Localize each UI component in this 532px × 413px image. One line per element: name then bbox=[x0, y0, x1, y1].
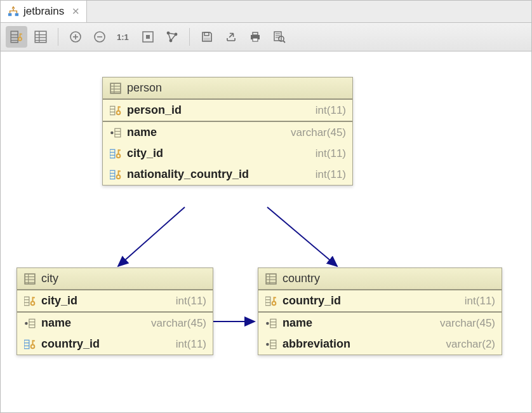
table-row[interactable]: city_id int(11) bbox=[103, 143, 352, 164]
column-name: nationality_country_id bbox=[127, 168, 249, 181]
svg-rect-81 bbox=[24, 340, 29, 349]
svg-rect-9 bbox=[35, 31, 46, 43]
svg-rect-54 bbox=[110, 149, 115, 158]
tab-jetbrains[interactable]: jetbrains ✕ bbox=[1, 1, 87, 22]
svg-point-47 bbox=[117, 111, 121, 114]
svg-rect-99 bbox=[270, 319, 276, 328]
svg-point-74 bbox=[31, 301, 35, 305]
column-type: int(11) bbox=[316, 104, 346, 117]
toolbar: 1:1 bbox=[1, 23, 531, 51]
svg-rect-51 bbox=[115, 128, 121, 137]
save-button[interactable] bbox=[196, 26, 218, 48]
entity-header[interactable]: country bbox=[258, 268, 502, 290]
svg-point-77 bbox=[25, 322, 28, 325]
table-row[interactable]: city_id int(11) bbox=[17, 290, 213, 313]
column-name: name bbox=[41, 316, 71, 330]
primary-key-icon bbox=[23, 295, 36, 308]
svg-rect-60 bbox=[110, 170, 115, 179]
svg-rect-29 bbox=[253, 38, 258, 41]
svg-point-98 bbox=[266, 322, 269, 325]
svg-rect-21 bbox=[146, 35, 150, 39]
column-name: abbreviation bbox=[283, 337, 350, 351]
table-row[interactable]: abbreviation varchar(2) bbox=[258, 334, 502, 355]
zoom-out-button[interactable] bbox=[89, 26, 110, 48]
column-name: country_id bbox=[283, 294, 341, 308]
column-name: country_id bbox=[41, 337, 100, 351]
entity-header[interactable]: city bbox=[17, 268, 213, 290]
toolbar-separator bbox=[58, 28, 58, 46]
column-type: int(11) bbox=[316, 147, 346, 160]
svg-rect-44 bbox=[110, 106, 115, 115]
foreign-key-icon bbox=[23, 338, 36, 351]
column-type: int(11) bbox=[316, 168, 346, 181]
table-row[interactable]: person_id int(11) bbox=[103, 100, 352, 122]
svg-point-50 bbox=[110, 131, 114, 134]
table-icon bbox=[109, 82, 122, 95]
svg-rect-103 bbox=[270, 340, 276, 349]
column-name: name bbox=[127, 126, 157, 139]
svg-point-6 bbox=[18, 37, 22, 41]
tab-bar: jetbrains ✕ bbox=[1, 1, 531, 23]
svg-rect-71 bbox=[24, 297, 29, 306]
entity-header[interactable]: person bbox=[103, 78, 352, 100]
column-name: person_id bbox=[127, 104, 182, 117]
column-icon bbox=[23, 317, 36, 330]
svg-point-57 bbox=[117, 154, 121, 158]
column-icon bbox=[109, 126, 122, 139]
column-icon bbox=[265, 338, 277, 351]
diagram-canvas[interactable]: person person_id int(11) name varchar(45… bbox=[1, 51, 531, 412]
key-columns-view-button[interactable] bbox=[6, 26, 27, 48]
zoom-in-button[interactable] bbox=[65, 26, 86, 48]
actual-size-button[interactable]: 1:1 bbox=[113, 26, 135, 48]
svg-point-102 bbox=[266, 342, 269, 346]
preview-button[interactable] bbox=[269, 26, 290, 48]
entity-name: city bbox=[41, 272, 58, 285]
table-icon bbox=[265, 273, 277, 285]
column-type: int(11) bbox=[465, 295, 495, 308]
table-view-button[interactable] bbox=[30, 26, 51, 48]
svg-text:1:1: 1:1 bbox=[117, 32, 129, 42]
svg-rect-92 bbox=[265, 297, 270, 306]
column-type: varchar(45) bbox=[151, 317, 206, 330]
svg-point-95 bbox=[272, 301, 276, 305]
foreign-key-icon bbox=[109, 168, 122, 181]
svg-line-37 bbox=[267, 207, 337, 266]
table-row[interactable]: nationality_country_id int(11) bbox=[103, 164, 352, 185]
table-row[interactable]: name varchar(45) bbox=[17, 313, 213, 334]
svg-line-35 bbox=[283, 41, 285, 43]
tab-label: jetbrains bbox=[23, 5, 64, 18]
primary-key-icon bbox=[265, 295, 277, 308]
toolbar-separator bbox=[189, 28, 190, 46]
entity-name: person bbox=[127, 81, 162, 95]
table-row[interactable]: country_id int(11) bbox=[17, 334, 213, 355]
column-type: varchar(45) bbox=[291, 126, 346, 139]
column-type: int(11) bbox=[176, 295, 206, 308]
svg-rect-78 bbox=[29, 319, 35, 328]
primary-key-icon bbox=[109, 104, 122, 117]
close-icon[interactable]: ✕ bbox=[72, 6, 80, 17]
svg-rect-0 bbox=[8, 13, 11, 17]
column-type: varchar(45) bbox=[440, 317, 495, 330]
entity-country[interactable]: country country_id int(11) name varchar(… bbox=[258, 267, 502, 355]
entity-city[interactable]: city city_id int(11) name varchar(45) co… bbox=[17, 267, 213, 355]
table-row[interactable]: country_id int(11) bbox=[258, 290, 502, 313]
table-icon bbox=[23, 273, 36, 285]
table-row[interactable]: name varchar(45) bbox=[258, 313, 502, 334]
svg-rect-2 bbox=[11, 31, 18, 43]
entity-person[interactable]: person person_id int(11) name varchar(45… bbox=[102, 77, 353, 186]
column-name: city_id bbox=[41, 294, 77, 308]
svg-rect-26 bbox=[204, 37, 210, 41]
fit-content-button[interactable] bbox=[137, 26, 159, 48]
svg-point-84 bbox=[31, 344, 35, 348]
column-icon bbox=[265, 317, 277, 330]
column-type: varchar(2) bbox=[446, 338, 495, 351]
svg-rect-1 bbox=[15, 13, 18, 17]
svg-rect-28 bbox=[253, 32, 258, 35]
foreign-key-icon bbox=[109, 147, 122, 160]
print-button[interactable] bbox=[244, 26, 266, 48]
layout-button[interactable] bbox=[161, 26, 183, 48]
column-type: int(11) bbox=[176, 338, 206, 351]
entity-name: country bbox=[283, 272, 320, 285]
table-row[interactable]: name varchar(45) bbox=[103, 122, 352, 143]
export-button[interactable] bbox=[220, 26, 242, 48]
